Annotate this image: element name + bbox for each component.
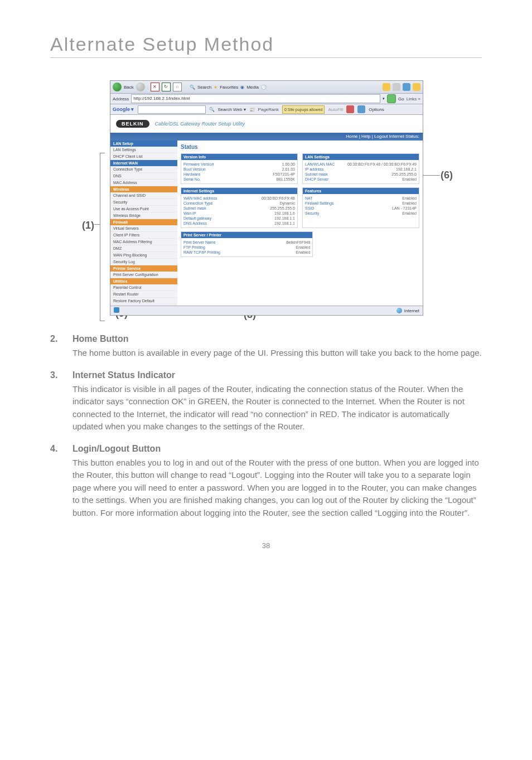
search-web-label[interactable]: Search Web ▾: [218, 107, 246, 112]
kv-value: 192.168.2.1: [396, 167, 417, 171]
callout-6: (6): [441, 170, 453, 181]
sidebar-item[interactable]: MAC Address: [110, 180, 177, 186]
sidebar-section: Internet WAN: [110, 160, 177, 166]
kv-key: Wan IP: [183, 211, 196, 215]
google-search-input[interactable]: [138, 105, 206, 114]
divider: |: [147, 85, 148, 90]
kv-row: FTP PrintingEnabled: [183, 245, 310, 250]
sidebar-item[interactable]: DNS: [110, 173, 177, 180]
autofill-label[interactable]: AutoFill: [328, 107, 343, 112]
media-label[interactable]: Media: [246, 85, 259, 90]
sidebar-item[interactable]: Connection Type: [110, 166, 177, 173]
globe-icon: [396, 308, 402, 313]
sidebar-item[interactable]: WAN Ping Blocking: [110, 252, 177, 259]
sidebar-item[interactable]: Wireless Bridge: [110, 212, 177, 219]
stop-icon[interactable]: ✕: [151, 83, 159, 91]
history-icon[interactable]: 🕑: [261, 85, 267, 90]
kv-key: Subnet mask: [183, 206, 206, 210]
item-3-num: 3.: [50, 369, 72, 433]
kv-row: Firmware Version1.00.00: [183, 162, 295, 167]
ie-toolbar: Back | ✕ ↻ ⌂ 🔍 Search ★ Favorites ◉ Medi…: [110, 81, 423, 94]
messenger-icon[interactable]: [413, 83, 420, 91]
sidebar-item[interactable]: Restore Factory Default: [110, 298, 177, 304]
news-icon[interactable]: 📰: [249, 107, 255, 112]
kv-value: 255.255.255.0: [270, 206, 295, 210]
status-internet-label: Internet: [404, 308, 419, 313]
options-label[interactable]: Options: [369, 107, 384, 112]
sidebar-item[interactable]: Print Server Configuration: [110, 272, 177, 278]
favorites-icon[interactable]: ★: [214, 85, 217, 90]
sidebar-item[interactable]: DMZ: [110, 245, 177, 252]
popup-blocker[interactable]: 0 Site popups allowed: [282, 105, 325, 114]
go-label[interactable]: Go: [398, 96, 404, 101]
favorites-label[interactable]: Favorites: [220, 85, 238, 90]
sidebar-item[interactable]: MAC Address Filtering: [110, 239, 177, 245]
sidebar-item[interactable]: Virtual Servers: [110, 225, 177, 232]
sidebar-item[interactable]: Channel and SSID: [110, 192, 177, 199]
kv-key: Print Server Name: [183, 240, 216, 244]
item-2-title: Home Button: [72, 332, 482, 346]
item-4-num: 4.: [50, 442, 72, 520]
sidebar-item[interactable]: Security: [110, 199, 177, 206]
mail-icon[interactable]: [383, 83, 390, 91]
home-icon[interactable]: ⌂: [173, 83, 182, 91]
kv-key: LAN/WLAN MAC: [305, 162, 335, 166]
sidebar-item[interactable]: LAN Settings: [110, 147, 177, 153]
kv-key: Security: [305, 211, 319, 215]
print-icon[interactable]: [393, 83, 400, 91]
sidebar-item[interactable]: Use as Access Point: [110, 206, 177, 212]
belkin-topbar[interactable]: Home | Help | Logout Internet Status:: [110, 133, 423, 141]
forward-icon[interactable]: [136, 83, 145, 91]
options-icon[interactable]: [357, 105, 365, 113]
kv-key: Default gateway: [183, 216, 211, 220]
refresh-icon[interactable]: ↻: [162, 83, 171, 91]
page-number: 38: [50, 541, 482, 550]
links-label[interactable]: Links »: [407, 96, 420, 101]
item-3-title: Internet Status Indicator: [72, 369, 482, 382]
kv-value: F5D7231-4P: [273, 172, 295, 176]
kv-key: FTP Printing: [183, 245, 205, 249]
go-icon[interactable]: [387, 94, 396, 103]
kv-row: Subnet mask255.255.255.0: [183, 206, 295, 211]
google-logo[interactable]: Google ▾: [113, 107, 134, 112]
panel-internet: Internet Settings WAN MAC address00:30:B…: [181, 187, 298, 228]
search-label[interactable]: Search: [197, 85, 211, 90]
google-search-icon[interactable]: 🔍: [209, 107, 215, 112]
sidebar-item[interactable]: Parental Control: [110, 284, 177, 291]
kv-value: Enabled: [402, 196, 417, 200]
sidebar-section: Utilities: [110, 278, 177, 284]
sidebar-section: Wireless: [110, 186, 177, 192]
panel-printer-title: Print Server / Printer: [181, 232, 312, 238]
sidebar-item[interactable]: Client IP Filters: [110, 232, 177, 239]
edit-icon[interactable]: [403, 83, 410, 91]
kv-value: Enabled: [402, 201, 417, 205]
done-icon: [114, 307, 119, 313]
panel-lan: LAN Settings LAN/WLAN MAC00:30:BD:F6:F9:…: [302, 153, 419, 184]
back-icon[interactable]: [113, 83, 122, 91]
search-icon[interactable]: 🔍: [190, 85, 195, 90]
sidebar-item[interactable]: Restart Router: [110, 291, 177, 298]
address-bar: Address http://192.168.2.1/index.html ▾ …: [110, 94, 423, 104]
kv-value: 00:30:BD:F6:F9:48 / 00:30:BD:F6:F9:49: [347, 162, 417, 166]
kv-value: 192.168.1.1: [274, 216, 295, 220]
kv-value: 1.00.00: [282, 162, 295, 166]
belkin-subtitle: Cable/DSL Gateway Router Setup Utility: [155, 121, 245, 127]
kv-value: 2.01.03: [282, 167, 295, 171]
kv-value: BelkinF6F948: [286, 240, 310, 244]
addr-dropdown-icon[interactable]: ▾: [383, 96, 385, 101]
back-label[interactable]: Back: [124, 85, 134, 90]
kv-value: 00:30:BD:F6:F9:4B: [262, 196, 295, 200]
item-4-title: Login/Logout Button: [72, 442, 482, 456]
address-input[interactable]: http://192.168.2.1/index.html: [131, 94, 380, 103]
kv-row: LAN/WLAN MAC00:30:BD:F6:F9:48 / 00:30:BD…: [305, 162, 417, 167]
kv-row: Firewall SettingsEnabled: [305, 201, 417, 206]
sidebar-item[interactable]: Security Log: [110, 259, 177, 265]
sidebar-item[interactable]: DHCP Client List: [110, 153, 177, 160]
blocked-icon[interactable]: [346, 105, 354, 113]
kv-row: NATEnabled: [305, 196, 417, 201]
kv-key: SSID: [305, 206, 314, 210]
media-icon[interactable]: ◉: [240, 85, 244, 90]
sidebar: LAN SetupLAN SettingsDHCP Client ListInt…: [110, 141, 177, 316]
title-rule: [50, 57, 482, 58]
panel-printer: Print Server / Printer Print Server Name…: [181, 231, 313, 257]
